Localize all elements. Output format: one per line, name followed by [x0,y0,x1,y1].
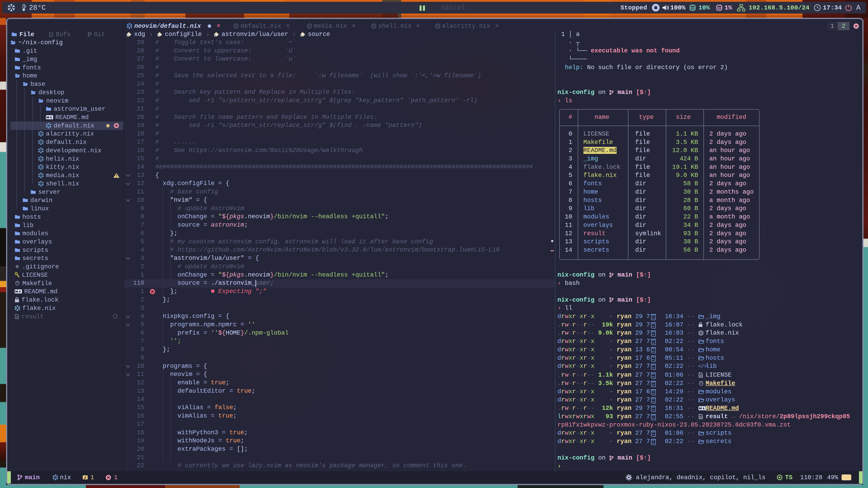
svg-text:64: 64 [691,6,694,9]
svg-text:64: 64 [718,6,721,9]
